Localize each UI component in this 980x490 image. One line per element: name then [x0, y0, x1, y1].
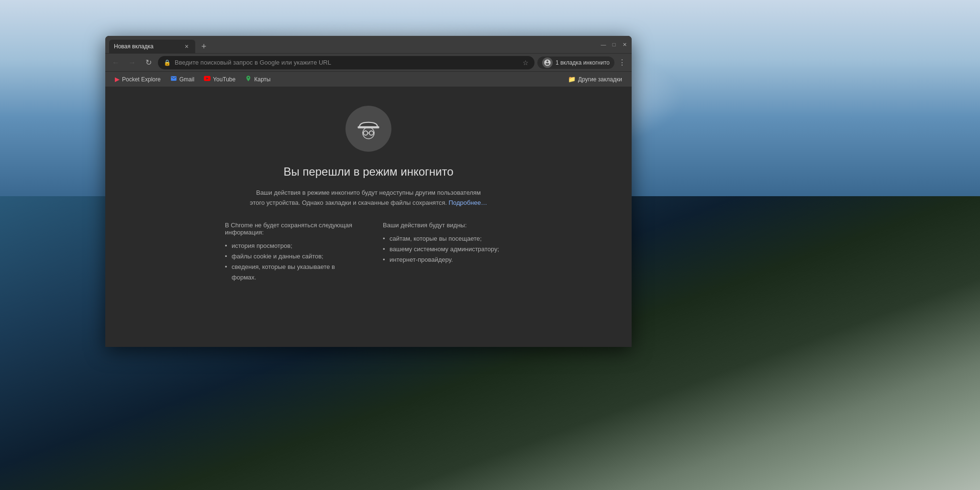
browser-window: Новая вкладка × + — □ ✕ ← → ↻ 🔒 Введите …: [105, 36, 632, 347]
back-button[interactable]: ←: [109, 56, 122, 69]
title-bar: Новая вкладка × + — □ ✕: [105, 36, 632, 53]
svg-point-2: [364, 131, 368, 135]
other-bookmarks-folder-icon: 📁: [568, 76, 576, 83]
forward-icon: →: [128, 58, 136, 67]
chrome-list-item-3: сведения, которые вы указываете в формах…: [225, 262, 354, 283]
description-text: Ваши действия в режиме инкогнито будут н…: [250, 189, 481, 206]
chrome-list-item-1: история просмотров;: [225, 241, 354, 251]
visible-info-list: сайтам, которые вы посещаете; вашему сис…: [383, 234, 512, 265]
new-tab-button[interactable]: +: [197, 40, 211, 53]
nav-right-area: 1 вкладка инкогнито ⋮: [537, 56, 628, 69]
navigation-bar: ← → ↻ 🔒 Введите поисковый запрос в Googl…: [105, 53, 632, 71]
refresh-icon: ↻: [145, 58, 152, 67]
chrome-list-item-2: файлы cookie и данные сайтов;: [225, 251, 354, 262]
minimize-button[interactable]: —: [600, 41, 607, 48]
security-icon: 🔒: [164, 59, 171, 66]
other-bookmarks[interactable]: 📁 Другие закладки: [564, 74, 626, 84]
page-title: Вы перешли в режим инкогнито: [283, 165, 453, 178]
learn-more-link[interactable]: Подробнее…: [449, 199, 487, 206]
bookmark-pocket-label: Pocket Explore: [122, 76, 161, 83]
bookmark-youtube-label: YouTube: [213, 76, 235, 83]
page-description: Ваши действия в режиме инкогнито будут н…: [249, 188, 488, 208]
visible-list-item-2: вашему системному администратору;: [383, 244, 512, 255]
visible-list-item-1: сайтам, которые вы посещаете;: [383, 234, 512, 244]
tab-close-button[interactable]: ×: [183, 43, 190, 50]
svg-point-3: [369, 131, 374, 135]
bookmark-star-icon[interactable]: ☆: [523, 59, 529, 67]
visible-info-column: Ваши действия будут видны: сайтам, котор…: [383, 222, 512, 283]
bookmark-gmail-label: Gmail: [179, 76, 194, 83]
active-tab[interactable]: Новая вкладка ×: [109, 40, 195, 53]
page-content: Вы перешли в режим инкогнито Ваши действ…: [105, 87, 632, 347]
youtube-icon: [204, 75, 211, 83]
tab-title: Новая вкладка: [114, 43, 179, 50]
incognito-avatar: [542, 57, 553, 68]
pocket-icon: ▶: [115, 76, 120, 83]
incognito-badge-label: 1 вкладка инкогнито: [556, 59, 610, 66]
back-icon: ←: [112, 58, 120, 67]
incognito-icon-large: [345, 106, 391, 152]
bookmark-gmail[interactable]: Gmail: [167, 74, 198, 85]
maximize-button[interactable]: □: [611, 41, 617, 48]
browser-menu-button[interactable]: ⋮: [616, 57, 628, 68]
refresh-button[interactable]: ↻: [142, 56, 155, 69]
incognito-badge[interactable]: 1 вкладка инкогнито: [537, 56, 614, 69]
chrome-info-column: В Chrome не будет сохраняться следующая …: [225, 222, 354, 283]
close-button[interactable]: ✕: [621, 41, 628, 48]
visible-column-title: Ваши действия будут видны:: [383, 222, 512, 229]
maps-icon: [245, 75, 252, 83]
window-controls: — □ ✕: [600, 41, 628, 48]
address-bar[interactable]: 🔒 Введите поисковый запрос в Google или …: [158, 56, 535, 69]
gmail-icon: [170, 75, 177, 83]
chrome-column-title: В Chrome не будет сохраняться следующая …: [225, 222, 354, 236]
bookmarks-bar: ▶ Pocket Explore Gmail YouTube Карты 📁 Д…: [105, 71, 632, 87]
chrome-info-list: история просмотров; файлы cookie и данны…: [225, 241, 354, 283]
tab-area: Новая вкладка × +: [109, 36, 600, 53]
forward-button[interactable]: →: [125, 56, 139, 69]
bookmark-maps[interactable]: Карты: [241, 74, 274, 85]
info-columns: В Chrome не будет сохраняться следующая …: [225, 222, 512, 283]
bookmark-youtube[interactable]: YouTube: [200, 74, 239, 85]
other-bookmarks-label: Другие закладки: [578, 76, 622, 83]
bookmark-pocket[interactable]: ▶ Pocket Explore: [111, 74, 165, 84]
bookmark-maps-label: Карты: [254, 76, 270, 83]
visible-list-item-3: интернет-провайдеру.: [383, 255, 512, 265]
address-text: Введите поисковый запрос в Google или ук…: [175, 59, 519, 66]
